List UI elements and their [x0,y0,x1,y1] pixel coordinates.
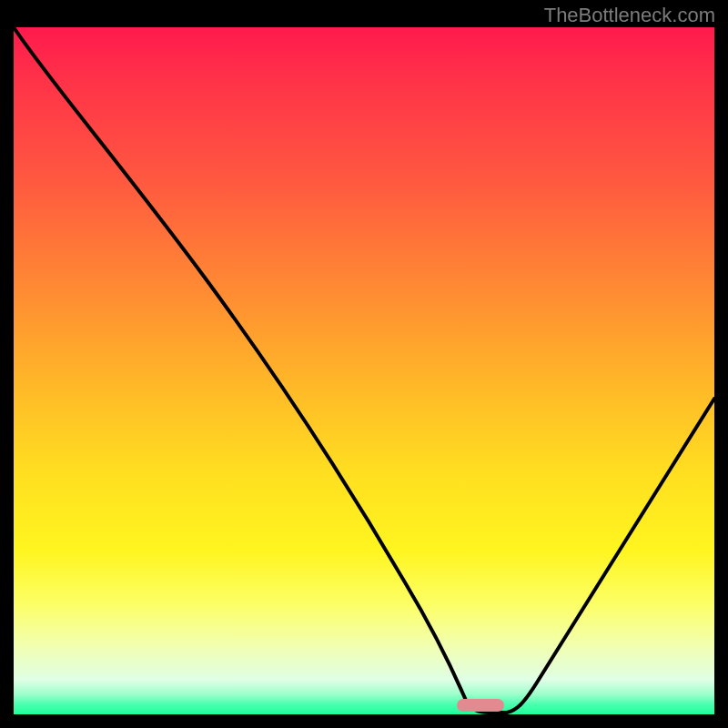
curve-path [14,27,714,713]
bottleneck-curve [14,27,714,714]
watermark-text: TheBottleneck.com [544,4,715,27]
plot-area [14,27,714,714]
optimal-marker-pill [457,699,504,712]
chart-frame: TheBottleneck.com [0,0,728,728]
